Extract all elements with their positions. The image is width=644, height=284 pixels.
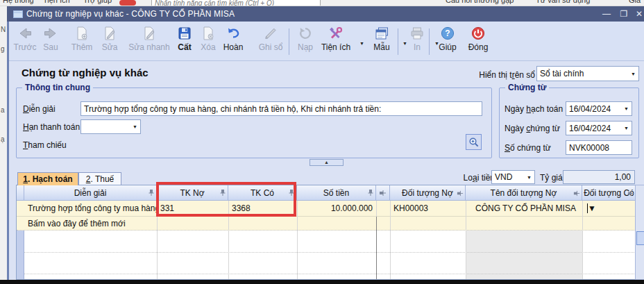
bg-menu-tro-giup[interactable]: Trợ giúp bbox=[83, 0, 112, 4]
scrollbar-thumb[interactable] bbox=[636, 231, 644, 245]
cell-doi-tuong-co[interactable]: ▼ bbox=[582, 201, 635, 216]
display-on-book-label: Hiển thị trên sổ bbox=[474, 70, 535, 80]
pin-horizontal-icon[interactable] bbox=[573, 190, 580, 197]
pin-icon[interactable] bbox=[148, 189, 155, 197]
toolbar-separator bbox=[398, 28, 398, 55]
screenshot-root: Hệ thống Tiện ích Trợ giúp Nhấn tính năn… bbox=[0, 0, 644, 284]
so-chung-tu-input[interactable]: NVK00008 bbox=[566, 140, 632, 155]
col-header-doi-tuong-no[interactable]: Đối tượng Nợ bbox=[390, 185, 466, 201]
cell-so-tien[interactable]: 10.000.000 bbox=[297, 201, 376, 216]
bg-menu-tien-ich[interactable]: Tiện ích bbox=[43, 0, 70, 4]
bg-link-gia[interactable]: Gia bbox=[629, 0, 641, 4]
accounting-grid: Diễn giải TK Nợ TK Có Số tiền bbox=[16, 185, 635, 280]
page-title: Chứng từ nghiệp vụ khác bbox=[22, 67, 149, 78]
bg-link-tu-van[interactable]: Tư vấn sử dụng bbox=[536, 0, 590, 4]
toolbar-button-sua-nhanh: Sửa nhanh bbox=[125, 26, 173, 58]
save-floppy-icon bbox=[177, 26, 192, 41]
bg-fragment: ạ bbox=[1, 135, 5, 143]
ngay-hach-toan-picker[interactable]: 16/04/2024▼ bbox=[566, 101, 632, 116]
bg-link-faq[interactable]: Câu hỏi thường gặp bbox=[446, 0, 514, 4]
grid-col-line bbox=[376, 201, 377, 217]
grid-header: Diễn giải TK Nợ TK Có Số tiền bbox=[17, 185, 635, 201]
cell-dien-giai[interactable]: Trường hợp tổng công ty mua hàng, chi bbox=[24, 201, 157, 216]
annotation-rectangle bbox=[156, 182, 296, 217]
dien-giai-input[interactable]: Trường hợp tổng công ty mua hàng, chi nh… bbox=[80, 101, 482, 116]
grid-col-line bbox=[582, 201, 583, 280]
chevron-down-icon[interactable]: ▼ bbox=[631, 72, 636, 76]
bg-menu-he-thong[interactable]: Hệ thống bbox=[3, 0, 34, 4]
minimize-button[interactable]: — bbox=[599, 8, 614, 20]
chevron-down-icon[interactable]: ▼ bbox=[527, 175, 532, 180]
toolbar-separator bbox=[429, 28, 430, 55]
frozen-split-line bbox=[376, 217, 377, 280]
ty-gia-field: 1,00 bbox=[563, 170, 635, 184]
bg-search-input[interactable]: Nhấn tính năng cần tìm kiếm (Ctrl + Q) bbox=[151, 0, 321, 6]
ngay-hach-toan-label: Ngày hạch toán bbox=[505, 104, 563, 114]
so-chung-tu-label: Số chứng từ bbox=[505, 143, 551, 153]
notebook-icon bbox=[13, 10, 24, 19]
chevron-down-icon[interactable]: ▼ bbox=[133, 124, 137, 129]
toolbar-button-giup[interactable]: ? Giúp bbox=[431, 26, 464, 58]
tham-chieu-label: Tham chiếu bbox=[23, 140, 67, 150]
toolbar-button-mau[interactable]: Mẫu ▼ bbox=[360, 26, 403, 58]
background-app-strip: Hệ thống Tiện ích Trợ giúp Nhấn tính năn… bbox=[0, 0, 644, 6]
add-new-row[interactable]: Bấm vào đây để thêm mới bbox=[17, 217, 635, 231]
col-header-dien-giai[interactable]: Diễn giải bbox=[24, 185, 157, 201]
col-header-doi-tuong-co[interactable]: Đối tượng Có bbox=[582, 185, 635, 201]
bg-fragment: N bbox=[1, 26, 6, 33]
close-button[interactable]: ✕ bbox=[632, 8, 644, 20]
toolbar-button-them: Thêm bbox=[65, 26, 99, 58]
chevron-down-icon[interactable]: ▼ bbox=[624, 126, 629, 131]
toolbar-button-sau: Sau bbox=[35, 26, 66, 58]
group-title: Chứng từ bbox=[505, 83, 549, 92]
pin-horizontal-icon[interactable] bbox=[379, 190, 387, 197]
col-header-so-tien[interactable]: Số tiền bbox=[297, 185, 376, 201]
chevron-down-icon[interactable]: ▼ bbox=[588, 203, 596, 213]
display-on-book-combo[interactable]: Sổ tài chính▼ bbox=[536, 66, 639, 81]
help-icon: ? bbox=[440, 26, 455, 41]
toolbar-button-dong[interactable]: Đóng bbox=[461, 26, 495, 58]
toolbar-separator bbox=[289, 28, 289, 55]
refresh-icon bbox=[298, 26, 313, 41]
toolbar-button-tien-ich[interactable]: Tiện ích ▼ bbox=[312, 26, 360, 58]
maximize-button[interactable]: ❐ bbox=[616, 8, 632, 20]
pin-horizontal-icon[interactable] bbox=[627, 190, 634, 197]
zoom-button[interactable] bbox=[466, 134, 482, 150]
toolbar-button-hoan[interactable]: Hoàn bbox=[218, 26, 248, 58]
grid-col-line bbox=[390, 201, 391, 280]
collapse-splitter-button[interactable]: ▲ bbox=[310, 159, 344, 166]
row-indicator-header bbox=[17, 185, 24, 201]
ngay-chung-tu-picker[interactable]: 16/04/2024▼ bbox=[566, 121, 632, 135]
cell-ten-doi-tuong-no[interactable]: CÔNG TY CỔ PHẦN MISA bbox=[466, 201, 582, 216]
ngay-chung-tu-label: Ngày chứng từ bbox=[505, 124, 560, 133]
cell-doi-tuong-no[interactable]: KH00003 bbox=[390, 201, 466, 216]
edit-document-icon bbox=[102, 26, 117, 41]
triangle-up-icon: ▲ bbox=[324, 160, 329, 165]
form-content: Chứng từ nghiệp vụ khác Hiển thị trên sổ… bbox=[9, 61, 644, 280]
add-new-label[interactable]: Bấm vào đây để thêm mới bbox=[24, 217, 302, 230]
toolbar: Trước Sau Thêm Sửa Sửa nhanh bbox=[9, 22, 644, 61]
tab-hach-toan[interactable]: 1. Hạch toán bbox=[17, 172, 78, 185]
chevron-down-icon[interactable]: ▼ bbox=[624, 106, 629, 111]
col-header-ten-doi-tuong-no[interactable]: Tên đối tượng Nợ bbox=[466, 185, 582, 201]
new-badge bbox=[119, 0, 136, 6]
col-header-pin[interactable] bbox=[376, 185, 390, 201]
background-bottom-strip bbox=[0, 280, 644, 284]
ty-gia-label: Tỷ giá bbox=[540, 173, 563, 183]
vertical-scrollbar[interactable] bbox=[635, 185, 644, 280]
loai-tien-combo[interactable]: VND▼ bbox=[491, 170, 535, 184]
template-icon bbox=[374, 26, 389, 41]
tab-thue[interactable]: 2. Thuế bbox=[78, 172, 121, 185]
background-left-strip: N g ạ a bbox=[0, 6, 7, 280]
toolbar-button-ghi-so: Ghi sổ bbox=[253, 26, 288, 58]
pin-horizontal-icon[interactable] bbox=[457, 190, 464, 197]
quick-edit-icon bbox=[142, 26, 157, 41]
tools-icon bbox=[328, 26, 344, 41]
printer-icon bbox=[409, 26, 425, 41]
cell-pin[interactable] bbox=[376, 201, 390, 216]
delete-document-icon bbox=[201, 26, 216, 41]
undo-icon bbox=[226, 26, 241, 41]
pin-icon[interactable] bbox=[367, 189, 374, 197]
han-thanh-toan-combo[interactable]: ▼ bbox=[80, 119, 141, 134]
title-bar: Chứng từ nghiệp vụ khác - CÔNG TY CỔ PHẦ… bbox=[7, 6, 644, 22]
